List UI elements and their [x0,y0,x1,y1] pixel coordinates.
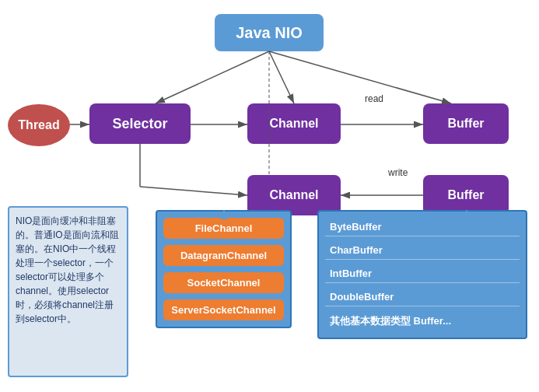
thread-label: Thread [18,118,59,132]
buffer-item-1: CharBuffer [325,241,520,260]
java-nio-node: Java NIO [215,14,324,51]
buffer-item-4: 其他基本数据类型 Buffer... [325,311,520,331]
buffer-item-2: IntBuffer [325,264,520,283]
write-label: write [388,167,408,178]
buffer-top-label: Buffer [447,117,484,131]
selector-node: Selector [89,103,191,144]
buffer-bottom-label: Buffer [447,188,484,202]
svg-line-2 [156,51,269,103]
buffer-item-3: DoubleBuffer [325,288,520,306]
svg-line-3 [269,51,294,103]
channel-item-3: ServerSocketChannel [163,299,284,320]
channel-top-label: Channel [269,117,318,131]
thread-node: Thread [8,104,70,146]
channel-top-node: Channel [247,103,341,144]
java-nio-label: Java NIO [236,24,303,42]
diagram: Java NIO Thread Selector Channel Buffer … [0,0,539,392]
buffer-item-0: ByteBuffer [325,218,520,236]
channel-item-1: DatagramChannel [163,245,284,266]
text-box-content: NIO是面向缓冲和非阻塞的。普通IO是面向流和阻塞的。在NIO中一个线程处理一个… [16,215,119,324]
text-box: NIO是面向缓冲和非阻塞的。普通IO是面向流和阻塞的。在NIO中一个线程处理一个… [8,206,128,377]
channel-item-0: FileChannel [163,218,284,239]
buffer-top-node: Buffer [423,103,509,144]
selector-label: Selector [112,116,167,132]
channel-bottom-label: Channel [269,188,318,202]
channel-item-2: SocketChannel [163,272,284,293]
svg-line-9 [140,187,247,195]
buffer-container: ByteBuffer CharBuffer IntBuffer DoubleBu… [317,210,527,339]
channel-container: FileChannel DatagramChannel SocketChanne… [156,210,292,328]
svg-line-4 [269,51,451,103]
read-label: read [365,93,383,104]
